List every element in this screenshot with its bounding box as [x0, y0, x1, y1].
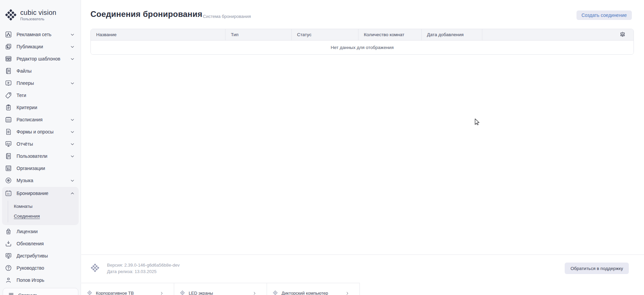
- sidebar-item-users[interactable]: Пользователи: [0, 150, 81, 162]
- sidebar-item-label: Бронирование: [17, 191, 48, 196]
- sidebar-nav: Рекламная сетьПубликацииРедактор шаблоно…: [0, 28, 81, 286]
- sidebar-subitem-label: Комнаты: [14, 204, 32, 209]
- bottom-card-announcer-computer[interactable]: Дикторский компьютер: [267, 283, 360, 295]
- chevron-down-icon: [70, 32, 75, 37]
- chevron-down-icon: [70, 154, 75, 158]
- bottom-card-led-screens[interactable]: LED экраны: [174, 283, 267, 295]
- sidebar-item-updates[interactable]: Обновления: [0, 238, 81, 250]
- chevron-right-icon: [252, 291, 257, 295]
- cubic-vision-logo-icon: [87, 290, 92, 295]
- app-window: cubic vision Пользователь Рекламная сеть…: [0, 0, 644, 295]
- sidebar-item-publications[interactable]: Публикации: [0, 41, 81, 53]
- sidebar-item-label: Отчёты: [17, 141, 33, 147]
- person-icon: [4, 276, 12, 284]
- chevron-down-icon: [70, 81, 75, 85]
- sidebar-subitem-label: Соединения: [14, 214, 40, 219]
- sidebar-item-label: Дистрибутивы: [17, 253, 48, 259]
- sidebar-item-label: Расписания: [17, 117, 43, 122]
- sidebar-item-tags[interactable]: Теги: [0, 89, 81, 101]
- sidebar-submenu-booking: КомнатыСоединения: [8, 201, 79, 222]
- sidebar-item-distributions[interactable]: Дистрибутивы: [0, 250, 81, 262]
- sidebar-item-players[interactable]: Плееры: [0, 77, 81, 89]
- chevron-down-icon: [70, 118, 75, 122]
- form-icon: [4, 128, 12, 136]
- table-column-header: Количество комнат: [358, 29, 422, 40]
- chevron-down-icon: [70, 130, 75, 134]
- create-connection-button[interactable]: Создать соединение: [576, 10, 632, 20]
- players-icon: [4, 79, 12, 87]
- bottom-card-corporate-tv[interactable]: Корпоративное ТВ: [81, 283, 174, 295]
- settings-gear-icon[interactable]: [619, 31, 626, 38]
- sidebar-item-profile[interactable]: Попов Игорь: [0, 274, 81, 286]
- cubic-vision-logo-icon: [273, 290, 278, 295]
- clipboard-icon: [4, 104, 12, 112]
- sidebar-subitem-connections[interactable]: Соединения: [8, 211, 79, 221]
- monitor-cloud-icon: [4, 252, 12, 260]
- brand-subtitle: Пользователь: [20, 17, 56, 21]
- sidebar-item-forms-surveys[interactable]: Формы и опросы: [0, 126, 81, 138]
- sidebar-item-template-editor[interactable]: Редактор шаблонов: [0, 53, 81, 65]
- sidebar-item-label: Руководство: [17, 265, 44, 271]
- cubic-vision-logo-icon: [5, 9, 17, 22]
- chevron-down-icon: [70, 142, 75, 146]
- table-header-actions-cell: [482, 29, 634, 40]
- breadcrumb[interactable]: Система бронирования: [203, 14, 251, 19]
- table-empty-state: Нет данных для отображения: [91, 41, 634, 54]
- sidebar-item-label: Пользователи: [17, 153, 47, 159]
- sidebar-item-organizations[interactable]: Организации: [0, 162, 81, 174]
- calendar-31-icon: 31: [4, 190, 12, 197]
- sidebar-item-booking[interactable]: 31Бронирование: [2, 187, 79, 199]
- calendar-icon: [4, 116, 12, 124]
- sidebar-item-licenses[interactable]: Лицензии: [0, 225, 81, 238]
- release-date-text: Дата релиза: 13.03.2025: [107, 269, 180, 274]
- bottom-card-label: LED экраны: [189, 291, 213, 295]
- sidebar-item-criteria[interactable]: Критерии: [0, 101, 81, 114]
- sidebar-subitem-rooms[interactable]: Комнаты: [8, 201, 79, 211]
- chevron-right-icon: [160, 291, 164, 295]
- brand: cubic vision Пользователь: [0, 0, 81, 26]
- svg-text:31: 31: [7, 192, 9, 195]
- users-book-icon: [4, 152, 12, 160]
- sidebar-item-label: Файлы: [17, 68, 31, 74]
- bottom-card-label: Корпоративное ТВ: [96, 291, 134, 295]
- sidebar-item-files[interactable]: Файлы: [0, 65, 81, 77]
- files-icon: [4, 67, 12, 75]
- chevron-up-icon: [70, 191, 75, 196]
- sidebar-item-label: Обновления: [17, 241, 44, 246]
- sidebar-item-label: Формы и опросы: [17, 129, 54, 134]
- cubic-vision-logo-icon: [180, 290, 185, 295]
- sidebar-item-music[interactable]: Музыка: [0, 174, 81, 187]
- sidebar-item-label: Публикации: [17, 44, 43, 49]
- chevron-down-icon: [70, 45, 75, 49]
- chevron-down-icon: [70, 178, 75, 183]
- chevron-down-icon: [70, 57, 75, 61]
- footer-logo-icon: [90, 263, 100, 274]
- sidebar-item-label: Теги: [17, 93, 26, 98]
- version-text: Версия: 2.39.0-146-g6d6a56b8e-dev: [107, 263, 180, 268]
- sidebar-item-ad-network[interactable]: Рекламная сеть: [0, 28, 81, 41]
- bottom-card-label: Дикторский компьютер: [281, 291, 328, 295]
- sidebar-item-label: Рекламная сеть: [17, 32, 51, 37]
- connections-table: НазваниеТипСтатусКоличество комнатДата д…: [90, 29, 634, 55]
- download-icon: [4, 240, 12, 248]
- support-button[interactable]: Обратиться в поддержку: [565, 263, 629, 274]
- sidebar-item-label: Редактор шаблонов: [17, 56, 60, 62]
- question-icon: [4, 264, 12, 272]
- sidebar-item-guide[interactable]: Руководство: [0, 262, 81, 274]
- sidebar-item-reports[interactable]: Отчёты: [0, 138, 81, 150]
- bottom-cards-strip: Корпоративное ТВLED экраныДикторский ком…: [81, 283, 360, 295]
- sidebar-collapse-button[interactable]: Свернуть: [3, 288, 78, 295]
- sidebar-item-schedules[interactable]: Расписания: [0, 114, 81, 126]
- publications-icon: [4, 43, 12, 51]
- brand-name: cubic vision: [20, 9, 56, 16]
- main-content: Соединения бронирования Система брониров…: [81, 0, 644, 295]
- network-icon: [4, 31, 12, 39]
- hamburger-icon: [8, 292, 14, 295]
- table-column-header: Тип: [225, 29, 292, 40]
- sidebar-item-label: Музыка: [17, 178, 33, 183]
- page-title: Соединения бронирования: [90, 9, 202, 19]
- footer: Версия: 2.39.0-146-g6d6a56b8e-dev Дата р…: [90, 261, 629, 276]
- sidebar: cubic vision Пользователь Рекламная сеть…: [0, 0, 81, 295]
- sidebar-item-label: Лицензии: [17, 229, 37, 234]
- chevron-right-icon: [345, 291, 349, 295]
